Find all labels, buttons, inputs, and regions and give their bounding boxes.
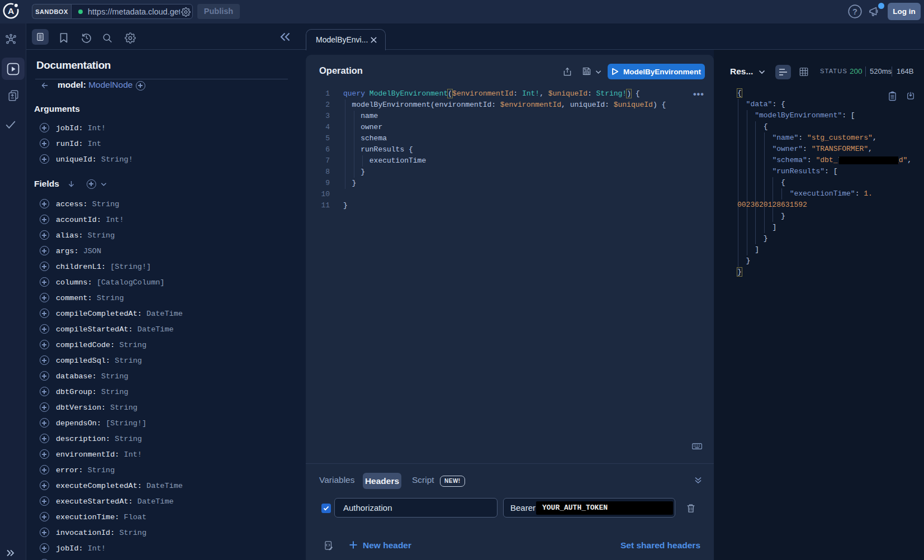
svg-text:?: ? <box>852 7 857 16</box>
svg-text:A: A <box>8 6 14 16</box>
